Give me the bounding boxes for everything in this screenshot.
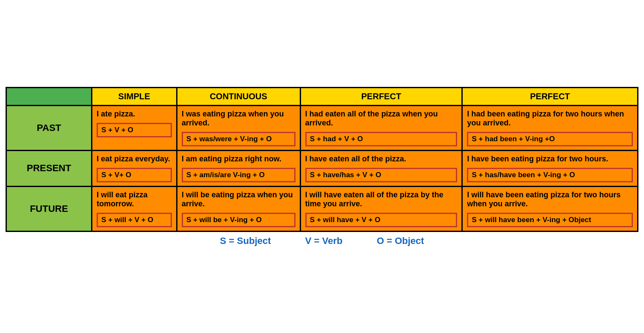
table-row: FUTURE I will eat pizza tomorrow. S + wi… xyxy=(6,186,638,231)
simple-text: I ate pizza. xyxy=(97,110,172,119)
perfect-text: I had eaten all of the pizza when you ar… xyxy=(305,110,458,128)
continuous-formula: S + was/were + V-ing + O xyxy=(182,132,295,146)
continuous-cell-0: I was eating pizza when you arrived. S +… xyxy=(177,105,300,150)
legend-object: O = Object xyxy=(377,235,424,247)
perfect-formula: S + had + V + O xyxy=(305,132,458,146)
continuous-cell-2: I will be eating pizza when you arrive. … xyxy=(177,186,300,231)
cell-content: I will have eaten all of the pizza by th… xyxy=(305,190,458,227)
row-label-present: PRESENT xyxy=(6,150,92,186)
perfect2-text: I have been eating pizza for two hours. xyxy=(467,155,633,164)
cell-content: I will eat pizza tomorrow. S + will + V … xyxy=(97,190,172,227)
perfect-cell-1: I have eaten all of the pizza. S + have/… xyxy=(300,150,462,186)
perfect2-text: I had been eating pizza for two hours wh… xyxy=(467,110,633,128)
cell-content: I was eating pizza when you arrived. S +… xyxy=(182,110,295,146)
legend: S = Subject V = Verb O = Object xyxy=(6,235,638,247)
legend-subject: S = Subject xyxy=(220,235,271,247)
perfect2-formula: S + has/have been + V-ing + O xyxy=(467,168,633,182)
cell-content: I eat pizza everyday. S + V+ O xyxy=(97,155,172,182)
row-label-past: PAST xyxy=(6,105,92,150)
row-label-future: FUTURE xyxy=(6,186,92,231)
perfect-text: I have eaten all of the pizza. xyxy=(305,155,458,164)
cell-content: I am eating pizza right now. S + am/is/a… xyxy=(182,155,295,182)
cell-content: I ate pizza. S + V + O xyxy=(97,110,172,137)
simple-formula: S + V+ O xyxy=(97,168,172,182)
perfect-continuous-cell-2: I will have been eating pizza for two ho… xyxy=(462,186,638,231)
continuous-cell-1: I am eating pizza right now. S + am/is/a… xyxy=(177,150,300,186)
perfect-formula: S + have/has + V + O xyxy=(305,168,458,182)
continuous-text: I am eating pizza right now. xyxy=(182,155,295,164)
perfect-formula: S + will have + V + O xyxy=(305,213,458,227)
continuous-formula: S + am/is/are V-ing + O xyxy=(182,168,295,182)
header-continuous: CONTINUOUS xyxy=(177,87,300,105)
table-row: PRESENT I eat pizza everyday. S + V+ O I… xyxy=(6,150,638,186)
perfect-continuous-cell-1: I have been eating pizza for two hours. … xyxy=(462,150,638,186)
continuous-formula: S + will be + V-ing + O xyxy=(182,213,295,227)
table-row: PAST I ate pizza. S + V + O I was eating… xyxy=(6,105,638,150)
continuous-text: I will be eating pizza when you arrive. xyxy=(182,190,295,208)
header-empty-cell xyxy=(6,87,92,105)
simple-cell-2: I will eat pizza tomorrow. S + will + V … xyxy=(92,186,177,231)
perfect2-text: I will have been eating pizza for two ho… xyxy=(467,190,633,208)
cell-content: I had eaten all of the pizza when you ar… xyxy=(305,110,458,146)
perfect-text: I will have eaten all of the pizza by th… xyxy=(305,190,458,208)
table-wrapper: SIMPLE CONTINUOUS PERFECT PERFECT PAST I… xyxy=(6,87,638,247)
cell-content: I had been eating pizza for two hours wh… xyxy=(467,110,633,146)
perfect-cell-0: I had eaten all of the pizza when you ar… xyxy=(300,105,462,150)
cell-content: I have been eating pizza for two hours. … xyxy=(467,155,633,182)
cell-content: I have eaten all of the pizza. S + have/… xyxy=(305,155,458,182)
simple-formula: S + will + V + O xyxy=(97,213,172,227)
legend-verb: V = Verb xyxy=(305,235,343,247)
cell-content: I will have been eating pizza for two ho… xyxy=(467,190,633,227)
header-simple: SIMPLE xyxy=(92,87,177,105)
cell-content: I will be eating pizza when you arrive. … xyxy=(182,190,295,227)
simple-text: I will eat pizza tomorrow. xyxy=(97,190,172,208)
simple-cell-0: I ate pizza. S + V + O xyxy=(92,105,177,150)
continuous-text: I was eating pizza when you arrived. xyxy=(182,110,295,128)
perfect-continuous-cell-0: I had been eating pizza for two hours wh… xyxy=(462,105,638,150)
perfect2-formula: S + will have been + V-ing + Object xyxy=(467,213,633,227)
simple-formula: S + V + O xyxy=(97,123,172,137)
simple-text: I eat pizza everyday. xyxy=(97,155,172,164)
simple-cell-1: I eat pizza everyday. S + V+ O xyxy=(92,150,177,186)
grammar-table: SIMPLE CONTINUOUS PERFECT PERFECT PAST I… xyxy=(6,87,638,232)
perfect2-formula: S + had been + V-ing +O xyxy=(467,132,633,146)
header-perfect2: PERFECT xyxy=(462,87,638,105)
perfect-cell-2: I will have eaten all of the pizza by th… xyxy=(300,186,462,231)
header-perfect1: PERFECT xyxy=(300,87,462,105)
